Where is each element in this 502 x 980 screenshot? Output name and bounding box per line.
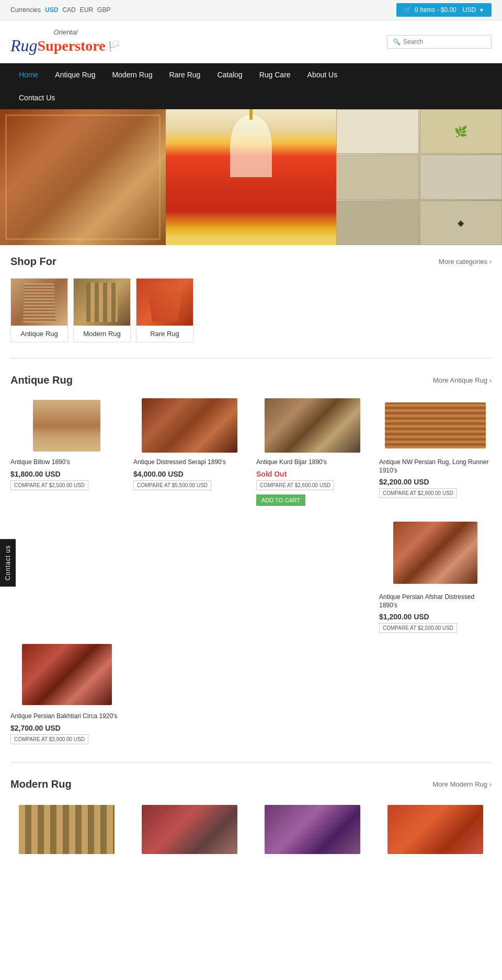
bakhtiari-compare-btn[interactable]: COMPARE AT $3,900.00 USD (10, 734, 88, 744)
main-nav: Home Antique Rug Modern Rug Rare Rug Cat… (0, 63, 502, 109)
nw-persian-compare-btn[interactable]: COMPARE AT $2,900.00 USD (379, 488, 457, 498)
antique-rug-header: Antique Rug More Antique Rug › (0, 364, 502, 391)
product-col-4: Antique NW Persian Rug, Long Runner 1910… (379, 397, 492, 635)
nav-rare-rug[interactable]: Rare Rug (161, 63, 209, 86)
shop-for-title: Shop For (10, 256, 56, 268)
rare-rug-thumb (136, 279, 193, 326)
serapi-price: $4,000.00 USD (133, 470, 246, 478)
afshar-image (393, 522, 477, 584)
modern-rug-image (86, 283, 118, 322)
cart-icon: 🛒 (404, 6, 412, 14)
logo[interactable]: Oriental Rug Superstore 🏳️ (10, 28, 121, 55)
antique-rug-label: Antique Rug (11, 326, 67, 342)
serapi-name: Antique Distressed Serapi 1890's (133, 458, 246, 467)
kurd-thumb (256, 397, 369, 454)
more-antique-link[interactable]: More Antique Rug › (433, 376, 492, 384)
product-nw-persian[interactable]: Antique NW Persian Rug, Long Runner 1910… (379, 397, 492, 500)
antique-rug-image (23, 283, 55, 322)
nav-home[interactable]: Home (10, 63, 47, 86)
category-modern-rug[interactable]: Modern Rug (73, 278, 131, 342)
modern-product-3[interactable] (256, 801, 369, 862)
nw-persian-price: $2,200.00 USD (379, 478, 492, 486)
modern-product-2[interactable] (133, 801, 246, 862)
product-bakhtiari[interactable]: Antique Persian Bakhtiari Circa 1920's $… (10, 640, 123, 746)
afshar-thumb (379, 516, 492, 589)
categories-row: Antique Rug Modern Rug Rare Rug (0, 273, 502, 353)
currency-cad[interactable]: CAD (62, 6, 75, 14)
divider-1 (10, 358, 492, 359)
bakhtiari-image (22, 644, 112, 705)
nav-about-us[interactable]: About Us (299, 63, 346, 86)
more-modern-link[interactable]: More Modern Rug › (432, 780, 492, 788)
kurd-add-to-cart-btn[interactable]: ADD TO CART (256, 494, 305, 506)
more-categories-link[interactable]: More categories › (439, 258, 492, 266)
contact-us-tab[interactable]: Contact us (0, 539, 16, 586)
currency-usd[interactable]: USD (45, 6, 58, 14)
product-billow[interactable]: Antique Billow 1890's $1,800.00 USD COMP… (10, 397, 123, 635)
nav-contact-us[interactable]: Contact Us (10, 86, 63, 109)
antique-rug-title: Antique Rug (10, 374, 73, 386)
antique-products-grid: Antique Billow 1890's $1,800.00 USD COMP… (10, 391, 492, 640)
category-antique-rug[interactable]: Antique Rug (10, 278, 68, 342)
antique-rug-thumb (11, 279, 67, 326)
serapi-compare-btn[interactable]: COMPARE AT $5,500.00 USD (133, 480, 211, 490)
hero-left (0, 109, 166, 245)
nw-persian-thumb (379, 397, 492, 454)
product-kurd[interactable]: Antique Kurd Bijar 1890's Sold Out COMPA… (256, 397, 369, 635)
nav-catalog[interactable]: Catalog (209, 63, 250, 86)
billow-image (33, 400, 100, 452)
modern-product-1[interactable] (10, 801, 123, 862)
modern-rug-title: Modern Rug (10, 778, 72, 790)
kurd-name: Antique Kurd Bijar 1890's (256, 458, 369, 467)
modern2-image (142, 805, 237, 854)
currency-gbp[interactable]: GBP (97, 6, 110, 14)
currencies: Currencies USD CAD EUR GBP (10, 6, 110, 14)
modern-product-4[interactable] (379, 801, 492, 862)
hero-center (166, 109, 336, 245)
modern4-image (387, 805, 483, 854)
product-afshar[interactable]: Antique Persian Afshar Distressed 1890's… (379, 516, 492, 635)
search-box[interactable]: 🔍 (387, 35, 492, 49)
billow-name: Antique Billow 1890's (10, 458, 123, 467)
nav-antique-rug[interactable]: Antique Rug (47, 63, 104, 86)
afshar-compare-btn[interactable]: COMPARE AT $2,500.00 USD (379, 623, 457, 633)
nav-modern-rug[interactable]: Modern Rug (104, 63, 161, 86)
cart-currency: USD (463, 6, 476, 14)
modern-rug-thumb (74, 279, 130, 326)
hero-right: 🌿 ◆ (336, 109, 502, 245)
header: Oriental Rug Superstore 🏳️ 🔍 (0, 20, 502, 63)
contact-sidebar[interactable]: Contact us (0, 539, 16, 588)
modern2-thumb (133, 801, 246, 858)
nw-persian-image (385, 402, 486, 448)
cart-arrow-icon: ▼ (479, 7, 484, 13)
logo-oriental: Oriental (54, 28, 78, 36)
modern4-thumb (379, 801, 492, 858)
top-bar: Currencies USD CAD EUR GBP 🛒 0 Items - $… (0, 0, 502, 20)
afshar-price: $1,200.00 USD (379, 613, 492, 621)
cart-button[interactable]: 🛒 0 Items - $0.00 USD ▼ (396, 3, 492, 17)
nav-rug-care[interactable]: Rug Care (251, 63, 299, 86)
antique-products-section: Antique Billow 1890's $1,800.00 USD COMP… (0, 391, 502, 757)
modern-products-section (0, 795, 502, 868)
modern-rug-header: Modern Rug More Modern Rug › (0, 768, 502, 795)
rare-rug-label: Rare Rug (136, 326, 193, 342)
modern1-thumb (10, 801, 123, 858)
bakhtiari-thumb (10, 640, 123, 708)
currencies-label: Currencies (10, 6, 41, 14)
search-input[interactable] (403, 38, 486, 45)
modern-rug-label: Modern Rug (74, 326, 130, 342)
shop-for-header: Shop For More categories › (0, 245, 502, 273)
serapi-thumb (133, 397, 246, 454)
bakhtiari-row: Antique Persian Bakhtiari Circa 1920's $… (10, 640, 492, 757)
modern3-thumb (256, 801, 369, 858)
kurd-sold-out: Sold Out (256, 470, 369, 478)
nw-persian-name: Antique NW Persian Rug, Long Runner 1910… (379, 458, 492, 475)
billow-compare-btn[interactable]: COMPARE AT $2,500.00 USD (10, 480, 88, 490)
currency-eur[interactable]: EUR (80, 6, 93, 14)
kurd-image (265, 398, 360, 453)
cart-label: 0 Items - $0.00 (415, 6, 457, 14)
kurd-compare-btn[interactable]: COMPARE AT $2,600.00 USD (256, 480, 334, 490)
product-serapi[interactable]: Antique Distressed Serapi 1890's $4,000.… (133, 397, 246, 635)
category-rare-rug[interactable]: Rare Rug (136, 278, 193, 342)
modern3-image (265, 805, 360, 854)
